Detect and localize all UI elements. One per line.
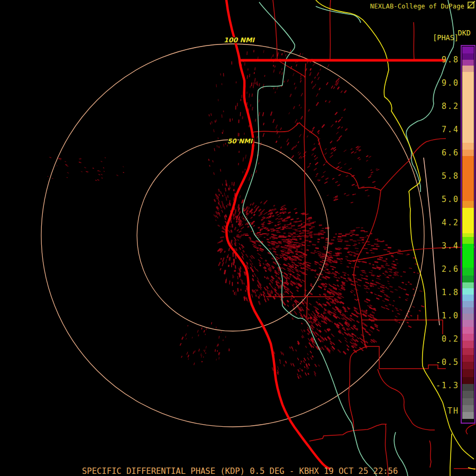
product-id-label: DKD <box>458 29 471 37</box>
radar-echoes <box>48 50 425 379</box>
svg-text:5.8: 5.8 <box>442 171 459 181</box>
radar-map: 100 NMI 50 NMI 9.89.08.27.46.65.85.04.23… <box>0 0 476 476</box>
svg-text:3.4: 3.4 <box>442 241 459 251</box>
header-title: NEXLAB-College of DuPage <box>370 3 464 10</box>
colorbar <box>461 45 475 423</box>
footer-caption: SPECIFIC DIFFERENTIAL PHASE (KDP) 0.5 DE… <box>82 466 398 476</box>
ring-label-50nmi: 50 NMI <box>227 138 253 145</box>
svg-text:9.0: 9.0 <box>442 78 459 88</box>
svg-text:5.0: 5.0 <box>442 195 459 204</box>
svg-text:-1.3: -1.3 <box>436 381 459 390</box>
weather-flag-icon <box>468 1 475 8</box>
svg-text:4.2: 4.2 <box>442 218 459 227</box>
svg-text:7.4: 7.4 <box>442 125 459 134</box>
radar-display: 100 NMI 50 NMI 9.89.08.27.46.65.85.04.23… <box>0 0 476 476</box>
colorbar-ticks: 9.89.08.27.46.65.85.04.23.42.61.81.00.2-… <box>436 55 459 390</box>
state-highway-lines <box>316 0 475 476</box>
svg-text:0.2: 0.2 <box>442 334 459 344</box>
svg-text:-0.5: -0.5 <box>436 358 459 367</box>
range-ring-50nmi <box>137 140 328 331</box>
pale-road-line <box>424 158 440 325</box>
threshold-label: TH <box>447 406 459 416</box>
svg-text:2.6: 2.6 <box>442 264 459 274</box>
ring-label-100nmi: 100 NMI <box>224 36 255 44</box>
product-units-label: [PHAS] <box>433 33 459 42</box>
svg-text:9.8: 9.8 <box>442 55 459 65</box>
svg-text:6.6: 6.6 <box>442 148 459 158</box>
svg-text:8.2: 8.2 <box>442 102 459 111</box>
svg-text:1.8: 1.8 <box>442 288 459 297</box>
svg-text:1.0: 1.0 <box>442 311 459 321</box>
